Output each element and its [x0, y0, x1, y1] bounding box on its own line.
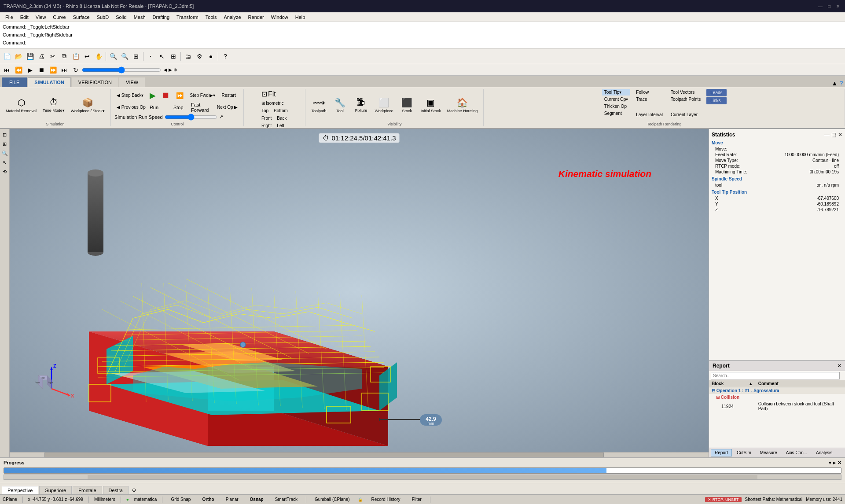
btn-trace[interactable]: Trace: [634, 96, 665, 103]
btn-grid-snap[interactable]: Grid Snap: [168, 496, 194, 503]
btn-current-op[interactable]: Current Op▾: [602, 96, 630, 103]
report-tab-axis-con[interactable]: Axis Con...: [782, 449, 811, 456]
left-icon-5[interactable]: ⟲: [1, 168, 9, 176]
left-icon-4[interactable]: ↖: [1, 158, 9, 166]
btn-top[interactable]: Top: [259, 107, 271, 114]
menu-solid[interactable]: Solid: [112, 14, 130, 21]
toolbar-save[interactable]: 💾: [25, 51, 35, 62]
ribbon-material-removal[interactable]: ⬡ Material Removal: [4, 96, 39, 114]
btn-restart[interactable]: Restart: [219, 92, 238, 99]
btn-thicken-op[interactable]: Thicken Op: [602, 103, 630, 110]
menu-curve[interactable]: Curve: [49, 14, 69, 21]
toolbar-pan[interactable]: ✋: [93, 51, 104, 62]
toolbar-zoom-in[interactable]: 🔍: [108, 51, 118, 62]
btn-links[interactable]: Links: [706, 97, 726, 104]
command-text-input[interactable]: [28, 40, 842, 45]
toolbar-open[interactable]: 📂: [13, 51, 24, 62]
minimize-button[interactable]: —: [817, 3, 824, 10]
toolbar-zoom-out[interactable]: 🔍: [119, 51, 130, 62]
ribbon-tab-view[interactable]: VIEW: [119, 77, 145, 87]
anim-next[interactable]: ⏩: [48, 65, 58, 75]
tab-destra[interactable]: Destra: [103, 486, 129, 494]
btn-back[interactable]: Back: [275, 115, 289, 121]
btn-stop[interactable]: ⏹: [160, 90, 172, 101]
stats-close[interactable]: ✕: [838, 132, 842, 138]
ribbon-tab-file[interactable]: FILE: [2, 77, 27, 87]
report-tab-analysis[interactable]: Analysis: [812, 449, 836, 456]
toolbar-copy[interactable]: ⧉: [59, 51, 70, 62]
btn-tool-tip[interactable]: Tool Tip▾: [602, 89, 630, 96]
menu-file[interactable]: File: [2, 14, 17, 21]
btn-leads[interactable]: Leads: [706, 89, 726, 96]
progress-scroll-thumb[interactable]: [88, 475, 757, 479]
report-tab-report[interactable]: Report: [711, 449, 732, 456]
btn-toolpath-points[interactable]: Toolpath Points: [669, 96, 703, 103]
close-button[interactable]: ✕: [834, 3, 841, 10]
btn-fit[interactable]: ⊡ Fit: [259, 89, 290, 99]
command-input-row[interactable]: Command:: [3, 39, 842, 47]
menu-tools[interactable]: Tools: [202, 14, 220, 21]
btn-smart-track[interactable]: SmartTrack: [272, 496, 301, 503]
toolbar-help[interactable]: ?: [220, 51, 231, 62]
btn-run[interactable]: ▶: [147, 90, 158, 101]
progress-scroll-track[interactable]: [4, 475, 841, 480]
btn-left[interactable]: Left: [275, 122, 287, 129]
btn-right[interactable]: Right: [259, 122, 274, 129]
stats-minimize[interactable]: —: [824, 132, 830, 138]
btn-initial-stock[interactable]: ▣ Initial Stock: [419, 96, 443, 114]
viewport-hscroll[interactable]: [10, 452, 709, 457]
toolbar-new[interactable]: 📄: [2, 51, 12, 62]
btn-toolpath[interactable]: ⟿ Toolpath: [309, 96, 328, 114]
toolbar-properties[interactable]: ⚙: [194, 51, 205, 62]
btn-current-layer[interactable]: Current Layer: [669, 111, 703, 118]
btn-follow[interactable]: Follow: [634, 89, 665, 96]
btn-gumball[interactable]: Gumball (CPlane): [312, 496, 353, 503]
progress-collapse[interactable]: ▾: [829, 460, 831, 466]
btn-step-fwd[interactable]: Step Fwd ▶▾: [187, 92, 217, 99]
toolbar-cut[interactable]: ✂: [48, 51, 58, 62]
btn-prev-op[interactable]: ◀ Previous Op: [114, 104, 148, 110]
report-row-collision-data[interactable]: 11924 Collision between stock and tool (…: [709, 401, 845, 412]
anim-refresh[interactable]: ↻: [70, 65, 81, 75]
toolbar-grid[interactable]: ⊞: [168, 51, 179, 62]
toolbar-print[interactable]: 🖨: [36, 51, 47, 62]
btn-bottom[interactable]: Bottom: [272, 107, 290, 114]
menu-surface[interactable]: Surface: [70, 14, 93, 21]
btn-machine-housing[interactable]: 🏠 Machine Housing: [445, 96, 480, 114]
menu-subd[interactable]: SubD: [93, 14, 113, 21]
btn-fast-forward[interactable]: ⏩: [174, 91, 186, 100]
progress-expand[interactable]: ▸: [833, 460, 836, 466]
menu-edit[interactable]: Edit: [17, 14, 32, 21]
menu-window[interactable]: Window: [268, 14, 292, 21]
toolbar-render[interactable]: ●: [206, 51, 216, 62]
speed-expand[interactable]: ↗: [219, 114, 223, 120]
menu-transform[interactable]: Transform: [173, 14, 202, 21]
menu-analyze[interactable]: Analyze: [220, 14, 244, 21]
btn-fixture[interactable]: 🗜 Fixture: [351, 96, 371, 114]
btn-next-op[interactable]: Next Op ▶: [215, 104, 240, 110]
stats-dock[interactable]: ⬚: [831, 132, 836, 138]
menu-mesh[interactable]: Mesh: [130, 14, 149, 21]
report-row-op[interactable]: ⊟ Operation 1 : #1 - Sgrossatura: [709, 387, 845, 394]
toolbar-select[interactable]: ↖: [157, 51, 167, 62]
report-tab-measure[interactable]: Measure: [756, 449, 781, 456]
report-close[interactable]: ✕: [837, 363, 841, 369]
left-icon-2[interactable]: ⊞: [1, 140, 9, 148]
menu-view[interactable]: View: [32, 14, 50, 21]
btn-segment[interactable]: Segment: [602, 110, 630, 117]
btn-tool[interactable]: 🔧 Tool: [330, 96, 349, 114]
ribbon-help-btn[interactable]: ?: [839, 80, 843, 87]
toolbar-layers[interactable]: 🗂: [183, 51, 193, 62]
btn-step-back[interactable]: ◀ Step Back▾: [114, 92, 146, 99]
btn-layer-interval[interactable]: Layer Interval: [634, 111, 665, 118]
report-search-input[interactable]: [711, 372, 840, 379]
tab-perspective[interactable]: Perspective: [2, 486, 38, 494]
tab-frontale[interactable]: Frontale: [73, 486, 102, 494]
ribbon-workpiece-stock[interactable]: 📦 Workpiece / Stock▾: [69, 96, 107, 114]
btn-filter[interactable]: Filter: [409, 496, 425, 503]
ribbon-tab-verification[interactable]: VERIFICATION: [72, 77, 118, 87]
btn-front[interactable]: Front: [259, 115, 274, 121]
btn-stock[interactable]: ⬛ Stock: [397, 96, 417, 114]
speed-slider[interactable]: [165, 114, 217, 121]
tab-add-button[interactable]: ⊕: [129, 486, 139, 494]
